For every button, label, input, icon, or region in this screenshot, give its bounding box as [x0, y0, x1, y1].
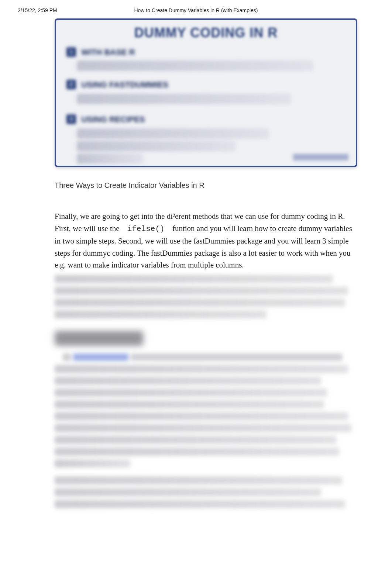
blurred-line — [55, 459, 130, 468]
figure-code-blur-2 — [77, 94, 291, 104]
blurred-line — [55, 448, 339, 456]
blurred-link[interactable] — [73, 353, 128, 361]
blurred-line — [55, 436, 336, 444]
header-title: How to Create Dummy Variables in R (with… — [0, 7, 392, 13]
figure-section-3: 3 USING RECIPES — [66, 114, 145, 124]
blurred-line — [55, 310, 267, 318]
blurred-line — [55, 275, 333, 283]
figure-source-link — [293, 154, 348, 161]
blurred-paragraph — [55, 476, 357, 508]
figure-section-1-num: 1 — [66, 47, 76, 57]
figure-dummy-coding: DUMMY CODING IN R 1 WITH BASE R 2 USING … — [55, 18, 357, 167]
figure-caption: Three Ways to Create Indicator Variables… — [55, 181, 357, 190]
blurred-line — [55, 424, 351, 432]
blurred-line — [55, 365, 348, 373]
blurred-line — [55, 412, 348, 420]
figure-section-1: 1 WITH BASE R — [66, 47, 135, 57]
figure-section-2-label: USING FASTDUMMIES — [81, 80, 168, 89]
figure-section-3-label: USING RECIPES — [81, 115, 145, 124]
blurred-heading — [55, 331, 143, 346]
figure-code-blur-5 — [77, 154, 143, 164]
blurred-paragraph — [55, 353, 357, 468]
figure-section-1-label: WITH BASE R — [81, 48, 135, 57]
figure-section-2: 2 USING FASTDUMMIES — [66, 80, 168, 90]
figure-code-blur-4 — [77, 141, 235, 151]
blurred-line — [55, 299, 345, 307]
figure-title: DUMMY CODING IN R — [56, 25, 356, 41]
article-body: DUMMY CODING IN R 1 WITH BASE R 2 USING … — [55, 7, 357, 576]
figure-section-2-num: 2 — [66, 80, 76, 89]
blurred-line — [55, 389, 327, 397]
intro-paragraph: Finally, we are going to get into the di… — [55, 210, 357, 271]
figure-code-blur-1 — [77, 61, 313, 71]
locked-content — [55, 275, 357, 508]
blurred-line — [55, 400, 324, 408]
blurred-line — [55, 476, 342, 484]
figure-code-blur-3 — [77, 128, 269, 139]
blurred-line — [55, 488, 321, 496]
blurred-line — [55, 287, 348, 295]
page-bottom-whitespace — [55, 512, 357, 576]
inline-code-ifelse: ifelse() — [121, 225, 171, 233]
blurred-line — [55, 377, 321, 385]
blurred-line — [55, 500, 345, 508]
figure-section-3-num: 3 — [66, 114, 76, 124]
